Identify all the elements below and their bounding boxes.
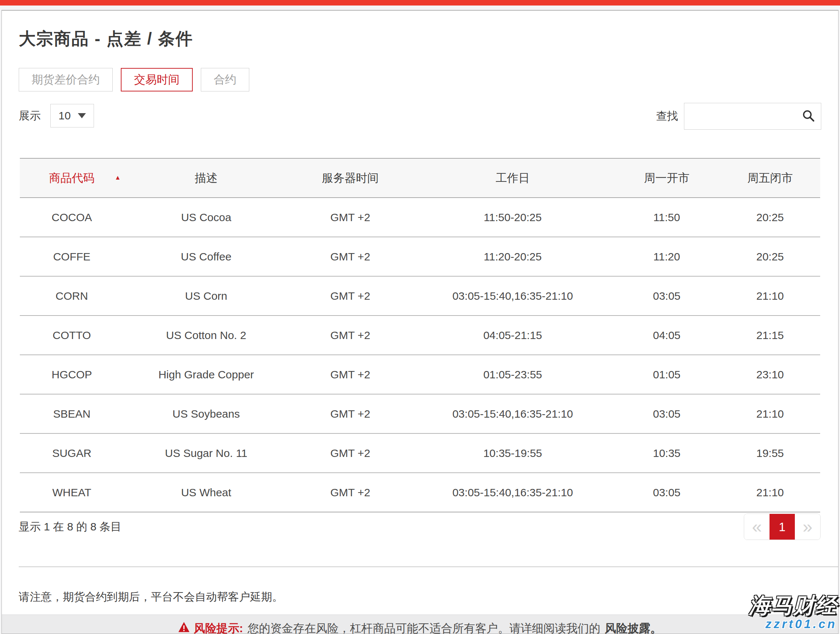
table-cell: 23:10	[720, 355, 820, 394]
table-cell: 03:05	[613, 473, 720, 512]
column-header-friday-close[interactable]: 周五闭市	[720, 158, 820, 198]
table-row: COFFEUS CoffeeGMT +211:20-20:2511:2020:2…	[20, 237, 820, 276]
table-row: COTTOUS Cotton No. 2GMT +204:05-21:1504:…	[20, 316, 820, 355]
divider	[19, 566, 838, 567]
table-cell: GMT +2	[289, 276, 412, 316]
watermark: 海马财经 zzrt01.cn	[749, 594, 837, 631]
expiry-note: 请注意，期货合约到期后，平台不会自动帮客户延期。	[19, 590, 283, 605]
table-body: COCOAUS CocoaGMT +211:50-20:2511:5020:25…	[20, 198, 820, 512]
table-row: WHEATUS WheatGMT +203:05-15:40,16:35-21:…	[20, 473, 820, 512]
risk-warning-bar: 风险提示: 您的资金存在风险，杠杆商品可能不适合所有客户。请详细阅读我们的 风险…	[2, 615, 838, 634]
table-cell: 03:05	[613, 394, 720, 433]
table-cell: 04:05	[613, 316, 720, 355]
table-cell: 21:15	[720, 316, 820, 355]
trading-hours-table: 商品代码 ▲ 描述 服务器时间 工作日 周一开市 周五闭市 COCOAUS Co…	[20, 158, 820, 512]
table-cell: 04:05-21:15	[412, 316, 613, 355]
table-cell: 11:50-20:25	[412, 198, 613, 237]
table-header-row: 商品代码 ▲ 描述 服务器时间 工作日 周一开市 周五闭市	[20, 158, 820, 198]
main-panel: 大宗商品 - 点差 / 条件 期货差价合约 交易时间 合约 展示 10 查找	[2, 10, 838, 634]
table-cell: 19:55	[720, 433, 820, 473]
search-input[interactable]	[684, 103, 821, 129]
table-cell: US Soybeans	[124, 394, 289, 433]
watermark-brand: 海马财经	[749, 594, 837, 617]
table-cell: 21:10	[720, 276, 820, 316]
table-cell: US Corn	[124, 276, 289, 316]
tab-contract[interactable]: 合约	[201, 68, 249, 92]
pagination: « 1 »	[744, 514, 821, 540]
table-footer: 显示 1 在 8 的 8 条目 « 1 »	[19, 514, 821, 540]
page-size-value: 10	[58, 109, 71, 122]
table-cell: 10:35	[613, 433, 720, 473]
table-cell: GMT +2	[289, 394, 412, 433]
search-box	[684, 103, 821, 130]
table-cell: 03:05-15:40,16:35-21:10	[412, 473, 613, 512]
table-cell: 11:50	[613, 198, 720, 237]
table-cell: 10:35-19:55	[412, 433, 613, 473]
table-cell: GMT +2	[289, 473, 412, 512]
table-cell: 21:10	[720, 473, 820, 512]
pagination-prev-button[interactable]: «	[744, 514, 769, 539]
table-cell: WHEAT	[20, 473, 124, 512]
show-label: 展示	[19, 108, 41, 123]
search-control: 查找	[656, 103, 821, 130]
table-cell: COTTO	[20, 316, 124, 355]
column-header-label: 商品代码	[49, 172, 95, 184]
pagination-next-button[interactable]: »	[795, 514, 820, 539]
table-cell: GMT +2	[289, 355, 412, 394]
table-cell: 11:20	[613, 237, 720, 276]
table-cell: 03:05-15:40,16:35-21:10	[412, 276, 613, 316]
page-title: 大宗商品 - 点差 / 条件	[19, 28, 193, 50]
column-header-monday-open[interactable]: 周一开市	[613, 158, 720, 198]
table-cell: High Grade Copper	[124, 355, 289, 394]
table-cell: US Cotton No. 2	[124, 316, 289, 355]
table-cell: SBEAN	[20, 394, 124, 433]
column-header-description[interactable]: 描述	[124, 158, 289, 198]
table-cell: GMT +2	[289, 316, 412, 355]
table-cell: GMT +2	[289, 198, 412, 237]
table-row: CORNUS CornGMT +203:05-15:40,16:35-21:10…	[20, 276, 820, 316]
table-cell: US Cocoa	[124, 198, 289, 237]
table-cell: COCOA	[20, 198, 124, 237]
column-header-server-time[interactable]: 服务器时间	[289, 158, 412, 198]
warning-triangle-icon	[178, 622, 189, 634]
table-cell: US Wheat	[124, 473, 289, 512]
table-cell: 01:05	[613, 355, 720, 394]
search-icon	[802, 109, 815, 124]
table-row: COCOAUS CocoaGMT +211:50-20:2511:5020:25	[20, 198, 820, 237]
table-cell: GMT +2	[289, 237, 412, 276]
chevron-down-icon	[78, 113, 86, 118]
entries-summary: 显示 1 在 8 的 8 条目	[19, 519, 122, 534]
table-cell: 11:20-20:25	[412, 237, 613, 276]
risk-disclosure-link[interactable]: 风险披露。	[605, 621, 662, 634]
table-row: SBEANUS SoybeansGMT +203:05-15:40,16:35-…	[20, 394, 820, 433]
table-cell: COFFE	[20, 237, 124, 276]
table-cell: 21:10	[720, 394, 820, 433]
tab-futures-cfd[interactable]: 期货差价合约	[19, 68, 113, 92]
table-cell: 03:05	[613, 276, 720, 316]
table-cell: US Coffee	[124, 237, 289, 276]
pagination-page-1-button[interactable]: 1	[769, 514, 795, 539]
column-header-symbol[interactable]: 商品代码 ▲	[20, 158, 124, 198]
table-cell: CORN	[20, 276, 124, 316]
risk-label: 风险提示:	[194, 621, 243, 634]
table-row: HGCOPHigh Grade CopperGMT +201:05-23:550…	[20, 355, 820, 394]
table-row: SUGARUS Sugar No. 11GMT +210:35-19:5510:…	[20, 433, 820, 473]
page-size-control: 展示 10	[19, 104, 94, 128]
tab-trading-hours[interactable]: 交易时间	[121, 68, 193, 92]
column-header-workday[interactable]: 工作日	[412, 158, 613, 198]
table-cell: 03:05-15:40,16:35-21:10	[412, 394, 613, 433]
page-size-select[interactable]: 10	[50, 104, 94, 128]
risk-text: 您的资金存在风险，杠杆商品可能不适合所有客户。请详细阅读我们的	[248, 621, 600, 634]
tab-bar: 期货差价合约 交易时间 合约	[19, 68, 249, 92]
table-cell: SUGAR	[20, 433, 124, 473]
table-cell: 01:05-23:55	[412, 355, 613, 394]
search-label: 查找	[656, 109, 678, 124]
top-accent-bar	[0, 0, 840, 6]
table-cell: 20:25	[720, 237, 820, 276]
table-cell: 20:25	[720, 198, 820, 237]
table-cell: HGCOP	[20, 355, 124, 394]
table-cell: GMT +2	[289, 433, 412, 473]
watermark-domain: zzrt01.cn	[749, 618, 837, 631]
table-cell: US Sugar No. 11	[124, 433, 289, 473]
sort-asc-icon: ▲	[115, 174, 121, 182]
